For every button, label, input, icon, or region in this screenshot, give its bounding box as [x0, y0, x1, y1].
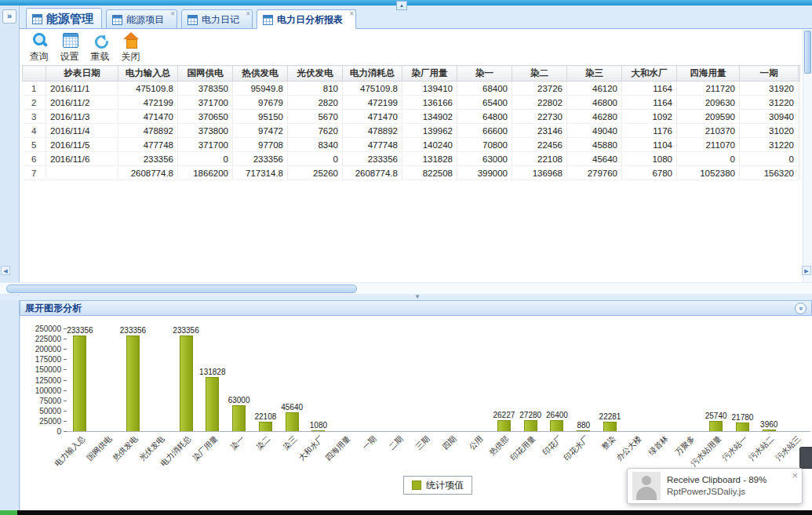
cell[interactable]: 475109.8 [343, 82, 402, 96]
tab-电力日分析报表[interactable]: 电力日分析报表× [257, 9, 356, 29]
horizontal-scrollbar[interactable] [0, 282, 812, 295]
scroll-right-arrow-icon[interactable]: ▶ [802, 266, 811, 275]
expand-panel-button[interactable]: » [2, 9, 16, 24]
cell[interactable]: 2820 [288, 96, 343, 110]
cell[interactable]: 22108 [512, 152, 567, 166]
cell[interactable]: 477748 [118, 138, 178, 152]
cell[interactable]: 371700 [178, 96, 233, 110]
row-number-cell[interactable]: 6 [23, 152, 46, 166]
cell[interactable]: 478892 [343, 124, 402, 138]
cell[interactable]: 717314.8 [233, 166, 288, 180]
cell[interactable] [46, 166, 118, 180]
cell[interactable]: 0 [740, 152, 799, 166]
cell[interactable]: 2016/11/4 [46, 124, 118, 138]
cell[interactable]: 97679 [233, 96, 288, 110]
tab-close-icon[interactable]: × [349, 10, 354, 18]
row-number-cell[interactable]: 1 [23, 82, 46, 96]
cell[interactable]: 210370 [677, 124, 740, 138]
cell[interactable]: 472199 [118, 96, 178, 110]
toolbar-button-重载[interactable]: 重载 [86, 29, 115, 66]
column-header[interactable]: 染二 [512, 66, 567, 82]
cell[interactable]: 139962 [402, 124, 457, 138]
cell[interactable]: 2016/11/5 [46, 138, 118, 152]
cell[interactable]: 22730 [512, 110, 567, 124]
cell[interactable]: 477748 [343, 138, 402, 152]
cell[interactable]: 471470 [118, 110, 178, 124]
column-header[interactable]: 光伏发电 [288, 66, 343, 82]
cell[interactable]: 478892 [118, 124, 178, 138]
cell[interactable]: 233356 [118, 152, 178, 166]
cell[interactable]: 22802 [512, 96, 567, 110]
cell[interactable]: 30940 [740, 110, 799, 124]
cell[interactable]: 2016/11/6 [46, 152, 118, 166]
cell[interactable]: 211070 [677, 138, 740, 152]
row-number-cell[interactable]: 5 [23, 138, 46, 152]
cell[interactable]: 31220 [740, 96, 799, 110]
cell[interactable]: 46800 [567, 96, 622, 110]
column-header[interactable]: 电力输入总 [118, 66, 178, 82]
column-header[interactable]: 大和水厂 [622, 66, 677, 82]
cell[interactable]: 49040 [567, 124, 622, 138]
toolbar-button-设置[interactable]: 设置 [55, 29, 84, 66]
tab-能源管理[interactable]: 能源管理 [26, 8, 102, 29]
cell[interactable]: 31920 [740, 82, 799, 96]
table-row[interactable]: 62016/11/6233356023335602333561318286300… [23, 152, 800, 166]
cell[interactable]: 1104 [622, 138, 677, 152]
cell[interactable]: 211720 [677, 82, 740, 96]
cell[interactable]: 1164 [622, 82, 677, 96]
row-number-cell[interactable]: 2 [23, 96, 46, 110]
cell[interactable]: 6780 [622, 166, 677, 180]
table-row[interactable]: 22016/11/2472199371700976792820472199136… [23, 96, 800, 110]
vertical-scrollbar-thumb[interactable] [804, 31, 811, 74]
cell[interactable]: 95949.8 [233, 82, 288, 96]
column-header[interactable]: 四海用量 [677, 66, 740, 82]
cell[interactable]: 31220 [740, 138, 799, 152]
cell[interactable]: 233356 [233, 152, 288, 166]
column-header[interactable]: 染一 [457, 66, 512, 82]
cell[interactable]: 371700 [178, 138, 233, 152]
row-number-cell[interactable]: 3 [23, 110, 46, 124]
cell[interactable]: 399000 [457, 166, 512, 180]
cell[interactable]: 23146 [512, 124, 567, 138]
cell[interactable]: 5670 [288, 110, 343, 124]
cell[interactable]: 156320 [740, 166, 799, 180]
cell[interactable]: 373800 [178, 124, 233, 138]
cell[interactable]: 378350 [178, 82, 233, 96]
scroll-up-mini-button[interactable]: ▲ [396, 1, 407, 10]
cell[interactable]: 209630 [677, 96, 740, 110]
chart-panel-header[interactable]: 展开图形分析 » [20, 300, 812, 316]
cell[interactable]: 45640 [567, 152, 622, 166]
cell[interactable]: 279760 [567, 166, 622, 180]
notification-close-icon[interactable]: × [792, 470, 798, 481]
cell[interactable]: 822508 [402, 166, 457, 180]
cell[interactable]: 2016/11/1 [46, 82, 118, 96]
notification-edge-tab[interactable] [799, 447, 812, 469]
cell[interactable]: 70800 [457, 138, 512, 152]
cell[interactable]: 65400 [457, 96, 512, 110]
cell[interactable]: 25260 [288, 166, 343, 180]
column-header[interactable]: 电力消耗总 [343, 66, 402, 82]
cell[interactable]: 1052380 [677, 166, 740, 180]
cell[interactable]: 45880 [567, 138, 622, 152]
splitter-collapse-arrow-icon[interactable]: ▼ [414, 294, 421, 300]
cell[interactable]: 97472 [233, 124, 288, 138]
tab-能源项目[interactable]: 能源项目× [106, 9, 177, 29]
row-number-cell[interactable]: 4 [23, 124, 46, 138]
column-header[interactable]: 抄表日期 [46, 66, 118, 82]
cell[interactable]: 131828 [402, 152, 457, 166]
column-header[interactable]: 一期 [740, 66, 799, 82]
column-header[interactable]: 染三 [567, 66, 622, 82]
cell[interactable]: 136166 [402, 96, 457, 110]
cell[interactable]: 136968 [512, 166, 567, 180]
cell[interactable]: 2608774.8 [343, 166, 402, 180]
table-row[interactable]: 72608774.81866200717314.8252602608774.88… [23, 166, 800, 180]
cell[interactable]: 1092 [622, 110, 677, 124]
cell[interactable]: 0 [178, 152, 233, 166]
table-row[interactable]: 32016/11/3471470370650951505670471470134… [23, 110, 800, 124]
scroll-left-arrow-icon[interactable]: ◀ [1, 266, 10, 275]
table-row[interactable]: 42016/11/4478892373800974727620478892139… [23, 124, 800, 138]
table-row[interactable]: 12016/11/1475109.837835095949.8810475109… [23, 82, 800, 96]
cell[interactable]: 97708 [233, 138, 288, 152]
cell[interactable]: 23726 [512, 82, 567, 96]
cell[interactable]: 1866200 [178, 166, 233, 180]
